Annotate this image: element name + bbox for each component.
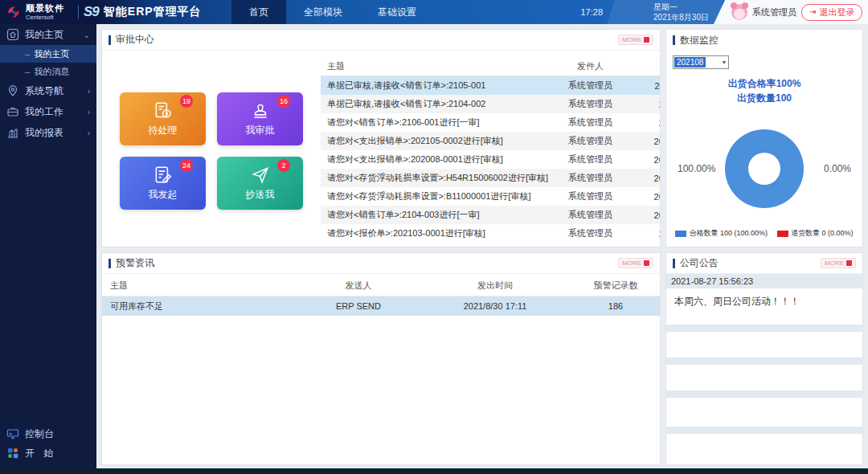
approval-table: 主题 发件人 发出时间 单据已审核,请接收<销售订单>:2105-001系统管理… bbox=[321, 57, 661, 240]
row-sender: 系统管理员 bbox=[548, 227, 633, 239]
col-time: 发出时间 bbox=[419, 280, 571, 292]
row-time: 2021/5/21 16:13 bbox=[633, 174, 661, 183]
sidebar-subitem-my-home[interactable]: – 我的主页 bbox=[0, 45, 96, 63]
donut-left-label: 100.00% bbox=[678, 163, 715, 174]
date-block: 星期一 2021年8月30日 bbox=[653, 2, 709, 22]
sidebar: 我的主页 ⌄ – 我的主页 – 我的消息 系统导航 › 我的工作 › bbox=[0, 24, 96, 474]
product-title: 智能ERP管理平台 bbox=[104, 5, 202, 19]
approval-table-header: 主题 发件人 发出时间 bbox=[321, 57, 661, 76]
more-label: MORE bbox=[825, 259, 844, 267]
alerts-more-button[interactable]: MORE bbox=[618, 258, 653, 268]
approval-row[interactable]: 请您对<支出报销单>:202105-0002进行[审核]系统管理员2021/5/… bbox=[321, 132, 661, 150]
legend-swatch-red bbox=[777, 231, 788, 237]
sidebar-item-my-reports[interactable]: 我的报表 › bbox=[0, 122, 96, 143]
tile-cc-me[interactable]: 抄送我 2 bbox=[217, 157, 303, 210]
approval-row[interactable]: 单据已审核,请接收<销售订单>:2105-001系统管理员2021/8/14 1… bbox=[321, 76, 661, 95]
alert-count: 186 bbox=[571, 301, 660, 311]
sidebar-item-my-work[interactable]: 我的工作 › bbox=[0, 101, 96, 122]
row-subject: 请您对<存货浮动耗损率设置>:H54R15006002进行[审核] bbox=[321, 172, 548, 184]
approval-tiles: 待处理 19 我审批 16 我发起 bbox=[120, 92, 303, 210]
tab-base-settings[interactable]: 基础设置 bbox=[360, 0, 434, 24]
sidebar-item-my-home[interactable]: 我的主页 ⌄ bbox=[0, 24, 96, 45]
legend-swatch-blue bbox=[675, 231, 686, 237]
announcements-more-button[interactable]: MORE bbox=[821, 258, 856, 268]
brand-swirl-icon bbox=[5, 3, 23, 21]
tile-pending[interactable]: 待处理 19 bbox=[120, 92, 206, 145]
approval-table-body: 单据已审核,请接收<销售订单>:2105-001系统管理员2021/8/14 1… bbox=[321, 76, 661, 243]
alerts-panel: 预警资讯 MORE 主题 发送人 发出时间 预警记录数 可用库存不足 ERP S… bbox=[101, 252, 661, 465]
sidebar-item-label: 我的报表 bbox=[25, 126, 63, 140]
approval-row[interactable]: 单据已审核,请接收<销售订单>:2104-002系统管理员2021/8/5 16… bbox=[321, 95, 661, 113]
alert-subject: 可用库存不足 bbox=[102, 300, 298, 313]
row-subject: 单据已审核,请接收<销售订单>:2105-001 bbox=[321, 80, 548, 92]
approval-row[interactable]: 请您对<销售订单>:2104-003进行[一审]系统管理员2021/4/23 1… bbox=[321, 206, 661, 224]
announcement-timestamp: 2021-08-27 15:56:23 bbox=[666, 274, 862, 288]
tile-my-approvals[interactable]: 我审批 16 bbox=[217, 92, 303, 145]
weekday-label: 星期一 bbox=[653, 2, 709, 12]
row-sender: 系统管理员 bbox=[548, 135, 633, 147]
chevron-down-icon: ⌄ bbox=[84, 31, 90, 39]
tab-all-modules[interactable]: 全部模块 bbox=[286, 0, 360, 24]
chevron-right-icon: › bbox=[88, 108, 90, 116]
tile-label: 我发起 bbox=[149, 188, 178, 202]
row-subject: 请您对<报价单>:202103-0001进行[审核] bbox=[321, 227, 548, 239]
sidebar-item-label: 我的工作 bbox=[25, 105, 63, 119]
approval-row[interactable]: 请您对<销售订单>:2106-001进行[一审]系统管理员2021/6/5 14… bbox=[321, 113, 661, 132]
announcement-content[interactable]: 本周六、周日公司活动！！！ bbox=[666, 288, 862, 325]
approval-row[interactable]: 请您对<报价单>:202103-0001进行[审核]系统管理员2021/3/3 … bbox=[321, 224, 661, 243]
home-icon bbox=[6, 28, 19, 41]
alert-time: 2021/8/30 17:11 bbox=[419, 301, 571, 311]
chevron-right-icon: › bbox=[88, 87, 90, 96]
announcement-divider bbox=[666, 358, 862, 365]
approval-row[interactable]: 请您对<存货浮动耗损率设置>:B11000001进行[审核]系统管理员2021/… bbox=[321, 187, 661, 206]
approval-row[interactable]: 请您对<存货浮动耗损率设置>:H54R15006002进行[审核]系统管理员20… bbox=[321, 169, 661, 187]
sidebar-subitem-my-messages[interactable]: – 我的消息 bbox=[0, 63, 96, 80]
legend-returned: 退货数量 0 (0.00%) bbox=[777, 228, 854, 239]
legend-label: 合格数量 100 (100.00%) bbox=[689, 228, 768, 239]
announcement-placeholder bbox=[666, 332, 862, 358]
month-select[interactable]: 202108 ▾ bbox=[673, 55, 729, 69]
announcement-placeholder bbox=[666, 398, 862, 427]
announcements-panel: 公司公告 MORE 2021-08-27 15:56:23 本周六、周日公司活动… bbox=[665, 252, 863, 465]
col-time: 发出时间 bbox=[633, 60, 661, 72]
alerts-panel-title: 预警资讯 bbox=[116, 256, 154, 270]
alert-sender: ERP SEND bbox=[298, 301, 419, 311]
user-zone: 系统管理员 ⇥ 退出登录 bbox=[714, 0, 868, 24]
alert-row[interactable]: 可用库存不足 ERP SEND 2021/8/30 17:11 186 bbox=[102, 296, 660, 316]
top-bar: 顺景软件 Centersoft S9 智能ERP管理平台 首页 全部模块 基础设… bbox=[0, 0, 868, 24]
bar-chart-icon bbox=[6, 126, 19, 139]
approval-more-button[interactable]: MORE bbox=[618, 35, 653, 45]
donut-chart: 100.00% 0.00% bbox=[666, 108, 862, 229]
approval-row[interactable]: 请您对<支出报销单>:202008-0001进行[审核]系统管理员2021/5/… bbox=[321, 150, 661, 169]
user-avatar[interactable] bbox=[731, 4, 747, 20]
donut-ring bbox=[725, 129, 804, 208]
row-time: 2021/4/23 14:06 bbox=[633, 210, 661, 220]
donut-legend: 合格数量 100 (100.00%) 退货数量 0 (0.00%) bbox=[666, 228, 862, 239]
start-icon bbox=[6, 447, 19, 460]
row-subject: 请您对<支出报销单>:202105-0002进行[审核] bbox=[321, 135, 548, 147]
badge-count: 2 bbox=[277, 159, 290, 172]
ship-qty-text: 出货数量100 bbox=[666, 91, 862, 105]
start-button[interactable]: 开 始 bbox=[0, 443, 96, 463]
row-subject: 请您对<支出报销单>:202008-0001进行[审核] bbox=[321, 153, 548, 165]
title-accent-bar bbox=[108, 259, 111, 268]
brand-logo: 顺景软件 Centersoft bbox=[0, 0, 96, 24]
sidebar-item-system-nav[interactable]: 系统导航 › bbox=[0, 80, 96, 101]
logout-button[interactable]: ⇥ 退出登录 bbox=[801, 4, 862, 21]
announcement-divider bbox=[666, 427, 862, 434]
product-code: S9 bbox=[84, 4, 99, 20]
brand-name-cn: 顺景软件 bbox=[26, 4, 64, 13]
more-icon bbox=[644, 260, 649, 266]
sidebar-item-label: 系统导航 bbox=[25, 84, 63, 98]
brand-name-en: Centersoft bbox=[26, 14, 64, 21]
row-sender: 系统管理员 bbox=[548, 116, 633, 129]
clock-time: 17:28 bbox=[580, 0, 603, 24]
tile-my-initiated[interactable]: 我发起 24 bbox=[120, 157, 206, 210]
announcement-placeholder bbox=[666, 434, 862, 465]
console-icon bbox=[6, 427, 19, 440]
row-sender: 系统管理员 bbox=[548, 190, 633, 202]
console-button[interactable]: 控制台 bbox=[0, 424, 96, 443]
tab-home[interactable]: 首页 bbox=[231, 0, 286, 24]
logout-icon: ⇥ bbox=[809, 8, 816, 16]
brand-divider bbox=[78, 5, 79, 19]
